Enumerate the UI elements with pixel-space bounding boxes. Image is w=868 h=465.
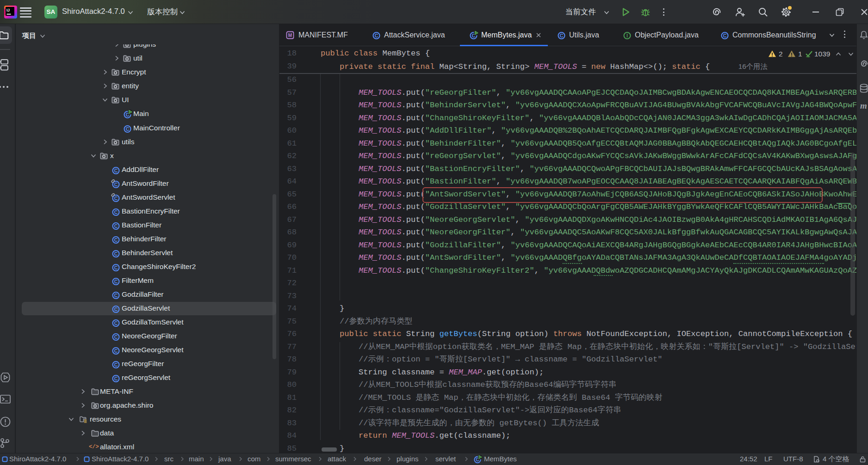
svg-text:C: C: [114, 265, 118, 270]
svg-text:M: M: [288, 33, 292, 38]
svg-text:C: C: [114, 168, 118, 173]
svg-text:C: C: [114, 334, 118, 340]
svg-text:C: C: [375, 33, 378, 38]
svg-text:C: C: [114, 182, 118, 187]
svg-text:C: C: [114, 293, 118, 298]
svg-text:C: C: [114, 376, 118, 381]
svg-text:I: I: [626, 33, 628, 38]
svg-text:C: C: [723, 33, 727, 38]
svg-text:C: C: [126, 126, 130, 132]
svg-text:C: C: [114, 279, 118, 284]
svg-text:IJ: IJ: [6, 8, 10, 12]
svg-text:C: C: [114, 223, 118, 229]
svg-text:C: C: [114, 320, 118, 326]
svg-text:C: C: [114, 209, 118, 215]
svg-text:C: C: [114, 251, 118, 257]
svg-text:C: C: [114, 196, 118, 201]
svg-text:C: C: [114, 306, 118, 312]
svg-text:C: C: [560, 33, 564, 38]
svg-text:C: C: [114, 348, 118, 354]
svg-text:C: C: [114, 362, 118, 367]
svg-text:C: C: [114, 237, 118, 243]
